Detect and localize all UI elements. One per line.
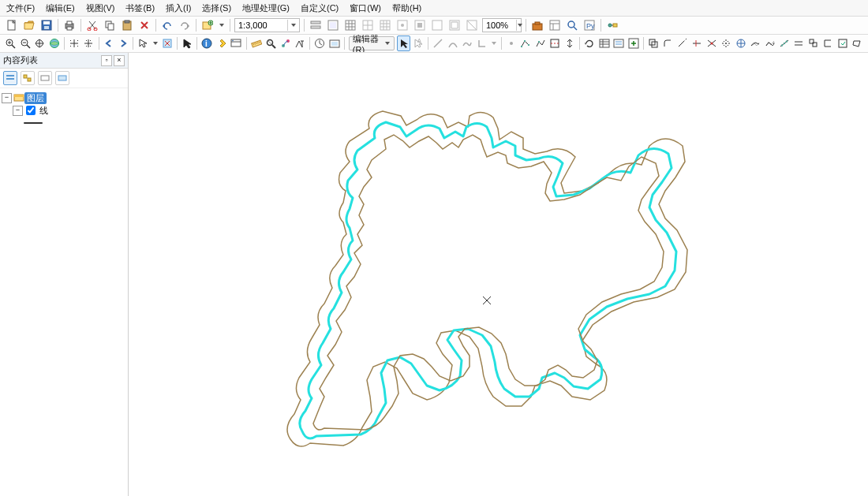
list-by-visibility-icon[interactable] [38, 71, 52, 85]
trace-icon[interactable] [461, 35, 473, 51]
list-by-source-icon[interactable] [21, 71, 35, 85]
menu-select[interactable]: 选择(S) [202, 2, 231, 14]
grid6-icon[interactable] [447, 17, 462, 33]
next-extent-icon[interactable] [117, 35, 129, 51]
collapse-icon[interactable]: − [13, 106, 23, 116]
pan-icon[interactable] [33, 35, 46, 51]
smooth-icon[interactable] [763, 35, 776, 51]
grid-icon[interactable] [360, 17, 376, 33]
layout-view-icon[interactable] [325, 17, 341, 33]
search-window-icon[interactable] [564, 17, 580, 33]
measure-icon[interactable] [249, 35, 262, 51]
hyperlink-icon[interactable] [215, 35, 228, 51]
generalize-icon[interactable] [749, 35, 761, 51]
create-viewer-icon[interactable] [328, 35, 341, 51]
fixed-zoom-out-icon[interactable] [82, 35, 95, 51]
full-extent-icon[interactable] [47, 35, 60, 51]
attributes-icon[interactable] [597, 35, 610, 51]
line-intersection-icon[interactable] [705, 35, 717, 51]
toc-root-row[interactable]: − 图层 [2, 91, 126, 104]
python-window-icon[interactable]: Py [582, 17, 597, 33]
catalog-icon[interactable] [547, 17, 563, 33]
grid7-icon[interactable] [464, 17, 480, 33]
chevron-down-icon[interactable] [516, 20, 523, 31]
identify-icon[interactable]: i [200, 35, 213, 51]
align-edge-icon[interactable] [821, 35, 834, 51]
construct-points-icon[interactable] [778, 35, 791, 51]
menu-bookmark[interactable]: 书签(B) [125, 2, 155, 14]
menu-insert[interactable]: 插入(I) [166, 2, 191, 14]
edit-tool-arrow-icon[interactable] [397, 35, 410, 51]
edit-annotation-icon[interactable]: A [412, 35, 425, 51]
toolbox-icon[interactable] [529, 17, 545, 33]
copy-parallel-icon[interactable] [792, 35, 805, 51]
delete-icon[interactable] [137, 17, 152, 33]
zoom-out-icon[interactable] [18, 35, 31, 51]
segment-dropdown-icon[interactable] [490, 35, 498, 51]
right-angle-icon[interactable] [475, 35, 488, 51]
cut-polygons-icon[interactable] [548, 35, 561, 51]
rotate-icon[interactable] [583, 35, 596, 51]
copy-icon[interactable] [102, 17, 118, 33]
layer-visibility-checkbox[interactable] [26, 106, 36, 115]
select-features-dropdown-icon[interactable] [152, 35, 159, 51]
grid4-icon[interactable] [412, 17, 428, 33]
menu-geoprocess[interactable]: 地理处理(G) [242, 2, 290, 14]
edit-vertices-icon[interactable] [519, 35, 532, 51]
add-data-dropdown-icon[interactable] [217, 17, 226, 33]
end-point-arc-icon[interactable] [446, 35, 458, 51]
add-data-icon[interactable] [200, 17, 215, 33]
paste-icon[interactable] [119, 17, 135, 33]
toc-layer-row[interactable]: − 线 [2, 104, 126, 117]
chevron-down-icon[interactable] [287, 20, 299, 31]
save-icon[interactable] [39, 17, 54, 33]
undo-icon[interactable] [159, 17, 175, 33]
fixed-zoom-in-icon[interactable] [68, 35, 80, 51]
editor-toolbar-toggle-icon[interactable] [308, 17, 324, 33]
toc-close-icon[interactable]: × [114, 55, 125, 66]
menu-customize[interactable]: 自定义(C) [301, 2, 339, 14]
select-features-icon[interactable] [137, 35, 149, 51]
extend-icon[interactable] [675, 35, 688, 51]
find-route-icon[interactable] [279, 35, 291, 51]
time-slider-icon[interactable] [313, 35, 326, 51]
split-icon[interactable] [563, 35, 576, 51]
replace-geometry-icon[interactable] [836, 35, 849, 51]
zoom-pct-input[interactable] [483, 20, 516, 31]
select-arrow-icon[interactable] [181, 35, 193, 51]
copy-features-icon[interactable] [647, 35, 660, 51]
menu-edit[interactable]: 编辑(E) [46, 2, 75, 14]
toc-pin-icon[interactable]: ▫ [101, 55, 112, 66]
menu-file[interactable]: 文件(F) [6, 2, 35, 14]
redo-icon[interactable] [177, 17, 193, 33]
table-icon[interactable] [342, 17, 358, 33]
fillet-icon[interactable] [661, 35, 674, 51]
point-icon[interactable] [505, 35, 518, 51]
open-folder-icon[interactable] [21, 17, 37, 33]
sketch-properties-icon[interactable] [612, 35, 625, 51]
grid5-icon[interactable] [429, 17, 445, 33]
menu-window[interactable]: 窗口(W) [350, 2, 381, 14]
clear-selection-icon[interactable] [161, 35, 174, 51]
list-by-selection-icon[interactable] [55, 71, 69, 85]
map-canvas[interactable] [129, 53, 868, 496]
scale-input[interactable] [235, 20, 287, 31]
list-by-drawing-order-icon[interactable] [3, 71, 17, 85]
cut-icon[interactable] [84, 17, 100, 33]
collapse-icon[interactable]: − [2, 93, 12, 103]
explode-icon[interactable] [720, 35, 732, 51]
create-features-icon[interactable] [627, 35, 639, 51]
zoom-in-icon[interactable] [4, 35, 17, 51]
print-icon[interactable] [62, 17, 77, 33]
goto-xy-icon[interactable] [294, 35, 306, 51]
new-doc-icon[interactable] [4, 17, 20, 33]
trim-icon[interactable] [690, 35, 703, 51]
grid3-icon[interactable] [395, 17, 410, 33]
grid2-icon[interactable] [377, 17, 393, 33]
reshape-icon[interactable] [534, 35, 547, 51]
construct-geodetic-icon[interactable] [734, 35, 746, 51]
planarize-icon[interactable] [807, 35, 820, 51]
straight-segment-icon[interactable] [432, 35, 444, 51]
find-icon[interactable] [264, 35, 277, 51]
prev-extent-icon[interactable] [102, 35, 114, 51]
